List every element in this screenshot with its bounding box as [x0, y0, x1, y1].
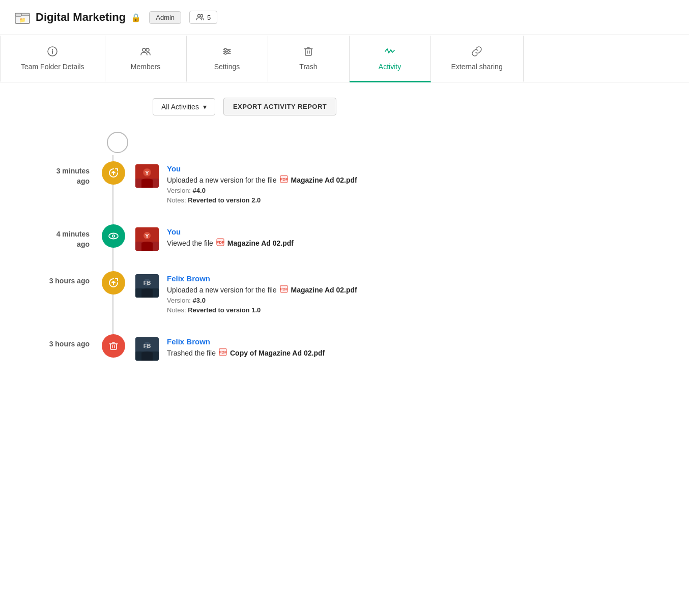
- svg-text:PDF: PDF: [216, 240, 224, 245]
- tab-members[interactable]: Members: [105, 36, 187, 82]
- version-icon: [108, 167, 119, 179]
- version-icon-2: [108, 277, 119, 288]
- activity-time: 3 minutesago: [20, 161, 102, 186]
- tab-team-folder-details[interactable]: Team Folder Details: [0, 36, 105, 82]
- activity-user-you-2[interactable]: You: [167, 227, 294, 236]
- svg-rect-17: [305, 49, 311, 55]
- people-icon: [140, 46, 151, 58]
- tab-label: Team Folder Details: [21, 63, 84, 71]
- svg-text:Y: Y: [145, 233, 149, 239]
- tab-label: External sharing: [451, 63, 503, 71]
- tab-settings[interactable]: Settings: [187, 36, 268, 82]
- activity-description: Trashed the file PDF Copy of Magazine Ad…: [167, 348, 325, 358]
- felix-avatar-img-2: FB: [135, 337, 159, 361]
- timeline-node-upload-felix: [102, 271, 125, 295]
- members-icon: [196, 13, 204, 21]
- page-title: 📁 Digital Marketing 🔒: [14, 9, 141, 25]
- activity-timeline: 3 minutesago Y: [20, 132, 669, 381]
- svg-point-15: [227, 50, 229, 52]
- svg-point-5: [200, 15, 203, 17]
- activity-item: 4 minutesago Y: [20, 224, 669, 251]
- tab-external-sharing[interactable]: External sharing: [431, 36, 524, 82]
- admin-badge: Admin: [149, 11, 181, 24]
- activity-item: 3 minutesago Y: [20, 161, 669, 204]
- svg-text:FB: FB: [143, 343, 151, 349]
- activity-description: Uploaded a new version for the file PDF …: [167, 285, 357, 295]
- avatar-you-2: Y: [135, 227, 159, 251]
- members-badge[interactable]: 5: [189, 11, 217, 24]
- pdf-icon: PDF: [219, 348, 227, 358]
- filter-row: All Activities ▾ EXPORT ACTIVITY REPORT: [153, 98, 669, 115]
- svg-text:PDF: PDF: [280, 177, 288, 182]
- members-count: 5: [207, 14, 211, 21]
- activity-icon: [384, 46, 395, 58]
- trash-icon: [303, 46, 314, 58]
- avatar-felix-2: FB: [135, 337, 159, 361]
- activity-meta-notes: Notes: Reverted to version 1.0: [167, 306, 357, 314]
- title-text: Digital Marketing: [36, 11, 126, 24]
- avatar-you: Y: [135, 164, 159, 188]
- pdf-icon: PDF: [280, 175, 288, 185]
- activity-meta-version: Version: #4.0: [167, 187, 357, 194]
- activity-user-you[interactable]: You: [167, 164, 357, 173]
- folder-icon: 📁: [14, 9, 31, 25]
- activity-text: Felix Brown Uploaded a new version for t…: [167, 274, 357, 314]
- timeline-node-trash: [102, 334, 125, 358]
- activity-text: Felix Brown Trashed the file PDF Copy of…: [167, 337, 325, 360]
- eye-icon: [108, 230, 119, 242]
- svg-text:Y: Y: [145, 170, 149, 176]
- info-icon: [47, 46, 58, 58]
- svg-text:PDF: PDF: [280, 287, 288, 291]
- tab-label: Settings: [214, 63, 240, 71]
- activity-item: 3 hours ago FB: [20, 271, 669, 314]
- trash-node-icon: [108, 340, 119, 351]
- activity-description: Viewed the file PDF Magazine Ad 02.pdf: [167, 238, 294, 248]
- timeline-node-view: [102, 224, 125, 248]
- header: 📁 Digital Marketing 🔒 Admin 5: [0, 0, 689, 35]
- lock-icon: 🔒: [131, 13, 141, 22]
- tabs-bar: Team Folder Details Members Settings: [0, 35, 689, 82]
- tab-label: Activity: [379, 63, 401, 71]
- activity-meta-notes: Notes: Reverted to version 2.0: [167, 196, 357, 204]
- tab-trash[interactable]: Trash: [268, 36, 350, 82]
- svg-point-4: [198, 15, 200, 17]
- svg-text:PDF: PDF: [219, 350, 227, 355]
- svg-text:FB: FB: [143, 280, 151, 286]
- svg-text:📁: 📁: [19, 17, 26, 23]
- you-avatar-img-2: Y: [135, 227, 159, 251]
- activity-content: FB Felix Brown Uploaded a new version fo…: [125, 271, 357, 314]
- pdf-icon: PDF: [280, 285, 288, 295]
- activity-item: 3 hours ago FB: [20, 334, 669, 361]
- activity-meta-version: Version: #3.0: [167, 297, 357, 304]
- activity-user-felix[interactable]: Felix Brown: [167, 274, 357, 283]
- svg-rect-47: [110, 344, 117, 349]
- tab-label: Trash: [299, 63, 317, 71]
- svg-point-16: [224, 52, 226, 54]
- all-activities-dropdown[interactable]: All Activities ▾: [153, 98, 215, 115]
- svg-point-33: [113, 236, 114, 237]
- activity-content: Y You Uploaded a new version for the fil…: [125, 161, 357, 204]
- timeline-top-circle: [107, 132, 128, 153]
- activity-user-felix-2[interactable]: Felix Brown: [167, 337, 325, 346]
- activity-content: FB Felix Brown Trashed the file PDF: [125, 334, 325, 361]
- svg-point-10: [146, 48, 149, 51]
- avatar-felix: FB: [135, 274, 159, 298]
- settings-icon: [221, 46, 233, 58]
- activity-text: You Viewed the file PDF Magazine Ad 02.p…: [167, 227, 294, 250]
- filter-label: All Activities: [161, 103, 199, 111]
- activity-content: Y You Viewed the file PDF: [125, 224, 294, 251]
- tab-label: Members: [131, 63, 160, 71]
- svg-point-8: [52, 49, 53, 50]
- timeline-node-upload: [102, 161, 125, 185]
- pdf-icon: PDF: [216, 238, 224, 248]
- you-avatar-img: Y: [135, 164, 159, 188]
- content-area: All Activities ▾ EXPORT ACTIVITY REPORT …: [0, 82, 689, 396]
- activity-text: You Uploaded a new version for the file …: [167, 164, 357, 204]
- tab-activity[interactable]: Activity: [350, 36, 431, 82]
- activity-time: 4 minutesago: [20, 224, 102, 249]
- chevron-down-icon: ▾: [203, 103, 207, 111]
- activity-description: Uploaded a new version for the file PDF …: [167, 175, 357, 185]
- export-activity-button[interactable]: EXPORT ACTIVITY REPORT: [223, 98, 336, 115]
- svg-point-14: [224, 48, 226, 50]
- activity-time: 3 hours ago: [20, 271, 102, 286]
